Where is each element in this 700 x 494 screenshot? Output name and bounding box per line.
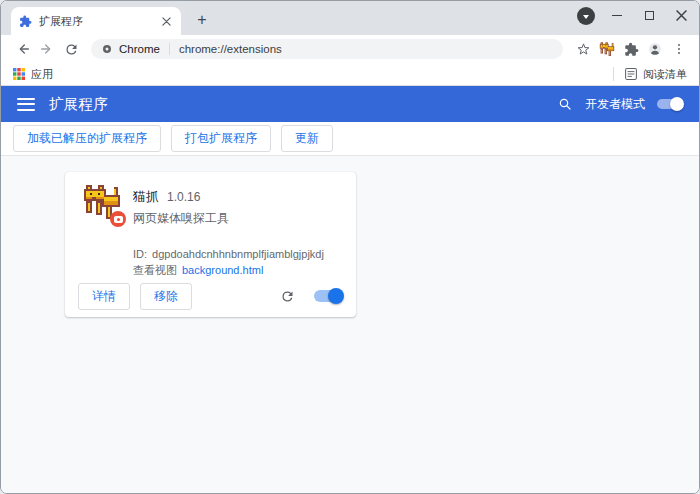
extension-icon	[82, 185, 126, 225]
titlebar-profile-icon[interactable]	[577, 7, 595, 25]
extensions-page-header: 扩展程序 开发者模式	[1, 86, 699, 122]
back-icon	[15, 41, 31, 57]
remove-button[interactable]: 移除	[140, 283, 192, 310]
developer-mode-toggle[interactable]	[657, 99, 683, 109]
address-bar[interactable]: Chrome chrome://extensions	[91, 39, 563, 59]
page-title: 扩展程序	[49, 95, 108, 114]
extension-description: 网页媒体嗅探工具	[133, 210, 324, 227]
extension-name: 猫抓	[133, 189, 159, 204]
extension-enabled-toggle[interactable]	[314, 290, 343, 302]
extension-card-footer: 详情 移除	[65, 275, 356, 317]
toggle-knob	[670, 97, 684, 111]
extension-version: 1.0.16	[167, 190, 200, 204]
search-icon	[557, 96, 573, 112]
extension-id-row: ID:dgpdoahdcnhhnbnmplfjiamblgjpjkdj	[133, 248, 324, 260]
bookmark-star-button[interactable]	[571, 37, 595, 61]
tab-title: 扩展程序	[39, 14, 152, 29]
window-close-button[interactable]	[665, 1, 697, 29]
cat-extension-toolbar-button[interactable]	[595, 37, 619, 61]
maximize-icon	[645, 11, 654, 20]
address-site-label: Chrome	[119, 43, 160, 55]
forward-icon	[39, 41, 55, 57]
browser-menu-button[interactable]	[667, 37, 691, 61]
reload-button[interactable]	[59, 37, 83, 61]
bookmarks-bar: 应用 阅读清单	[1, 63, 699, 86]
update-button[interactable]: 更新	[281, 125, 333, 152]
developer-mode-label: 开发者模式	[585, 96, 645, 113]
page-info-icon	[101, 43, 113, 55]
three-dots-icon	[672, 42, 686, 56]
apps-grid-icon	[13, 68, 25, 80]
reading-list-button[interactable]: 阅读清单	[625, 67, 687, 82]
puzzle-icon	[624, 42, 639, 57]
details-button[interactable]: 详情	[78, 283, 130, 310]
forward-button[interactable]	[35, 37, 59, 61]
profile-avatar-button[interactable]	[643, 37, 667, 61]
titlebar: 扩展程序 +	[1, 1, 699, 35]
extensions-action-strip: 加载已解压的扩展程序 打包扩展程序 更新	[1, 122, 699, 156]
extension-id: dgpdoahdcnhhnbnmplfjiamblgjpjkdj	[152, 248, 324, 260]
tab-extensions[interactable]: 扩展程序	[11, 7, 181, 35]
media-badge-icon	[110, 211, 126, 227]
window-maximize-button[interactable]	[633, 1, 665, 29]
browser-window: 扩展程序 + Chrome chrome://e	[0, 0, 700, 494]
toggle-knob	[328, 288, 344, 304]
browser-toolbar: Chrome chrome://extensions	[1, 35, 699, 63]
new-tab-button[interactable]: +	[189, 7, 215, 33]
extensions-puzzle-favicon	[19, 15, 32, 28]
search-button[interactable]	[557, 96, 573, 112]
window-minimize-button[interactable]	[601, 1, 633, 29]
bookmarks-divider	[613, 67, 614, 81]
refresh-icon	[280, 289, 295, 304]
reload-icon	[64, 42, 79, 57]
close-icon	[676, 10, 687, 21]
main-menu-button[interactable]	[17, 98, 35, 111]
apps-label: 应用	[31, 67, 53, 82]
apps-shortcut[interactable]: 应用	[13, 67, 53, 82]
back-button[interactable]	[11, 37, 35, 61]
minimize-icon	[612, 15, 622, 16]
star-icon	[576, 42, 591, 57]
load-unpacked-button[interactable]: 加载已解压的扩展程序	[13, 125, 161, 152]
reading-list-icon	[625, 68, 637, 80]
tab-close-icon[interactable]	[159, 14, 173, 28]
extension-card: 猫抓1.0.16 网页媒体嗅探工具 ID:dgpdoahdcnhhnbnmplf…	[65, 172, 356, 317]
address-url: chrome://extensions	[179, 43, 282, 55]
id-label: ID:	[133, 248, 147, 260]
caret-down-icon	[583, 15, 589, 19]
extensions-menu-button[interactable]	[619, 37, 643, 61]
pack-extension-button[interactable]: 打包扩展程序	[171, 125, 271, 152]
reload-extension-button[interactable]	[276, 285, 298, 307]
avatar-icon	[647, 41, 663, 57]
extensions-list-area: 猫抓1.0.16 网页媒体嗅探工具 ID:dgpdoahdcnhhnbnmplf…	[1, 156, 699, 493]
address-separator	[169, 43, 170, 55]
cat-icon	[599, 42, 615, 57]
reading-list-label: 阅读清单	[643, 67, 687, 82]
window-controls	[601, 1, 697, 29]
